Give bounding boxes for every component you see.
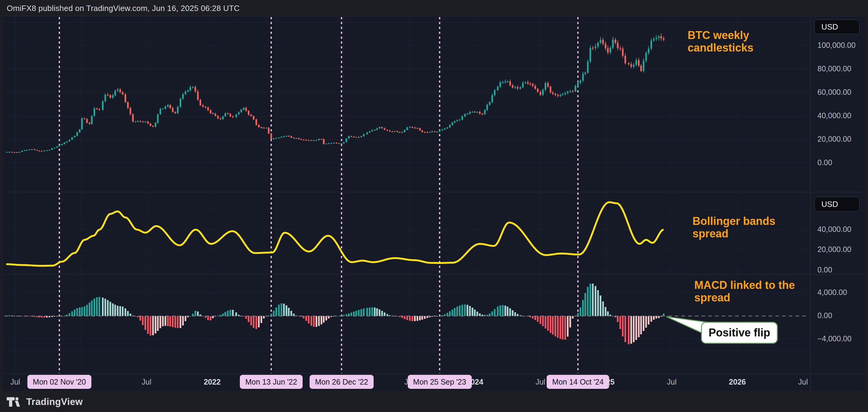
candle-body [569,91,571,92]
macd-bar [502,305,503,316]
candle-body [135,122,136,123]
candle-body [278,138,279,139]
macd-bar [414,316,416,321]
macd-bar [374,308,375,316]
candle-body [43,151,45,152]
candle-body [102,101,104,110]
macd-bar [147,316,149,334]
macd-bar [494,309,495,316]
candle-body [66,141,68,142]
macd-bar [379,309,380,316]
candle-body [238,112,240,114]
candle-body [180,99,181,107]
macd-bar [376,308,378,316]
macd-bar [207,316,209,320]
macd-bar [554,316,556,337]
macd-bar [648,316,649,324]
candle-body [114,91,116,95]
candle-body [529,84,531,85]
tradingview-logo[interactable]: TradingView [7,397,83,407]
candle-body [633,65,634,67]
spread-axis-currency-badge[interactable]: USD [814,197,860,212]
spread-line[interactable] [7,202,663,266]
candle-body [49,150,50,151]
candle-body [270,133,272,139]
candle-body [69,140,70,141]
candle-body [125,94,126,102]
candle-body [464,114,466,117]
macd-bar [74,310,75,316]
candle-body [426,132,428,133]
price-axis-currency-badge[interactable]: USD [814,20,860,34]
time-axis[interactable] [3,373,865,391]
macd-bar [96,297,97,316]
candle-body [397,131,398,132]
candle-body [150,124,151,126]
candle-body [313,140,314,141]
pane-separator-2[interactable] [3,274,865,275]
macd-bar [71,311,73,316]
candle-body [429,132,430,133]
macd-bar [283,304,285,316]
candle-body [98,109,100,110]
positive-flip-callout[interactable]: Positive flip [701,322,778,344]
macd-bar [512,310,513,316]
candle-body [469,112,471,114]
candle-body [56,147,58,148]
candle-body [145,122,146,123]
candle-body [663,38,664,40]
candle-body [442,129,443,130]
candle-body [358,137,359,138]
candle-body [185,92,186,94]
macd-bar [461,305,463,316]
candle-body [562,94,563,95]
macd-bar [404,316,405,319]
candle-body [361,136,362,137]
candle-body [376,128,378,130]
macd-bar [580,308,581,316]
candle-body [517,87,519,89]
macd-bar [197,311,198,316]
candle-body [71,137,73,140]
candle-body [648,49,649,53]
candle-body [643,61,644,71]
macd-bar [311,316,312,326]
candle-body [379,127,380,128]
candle-body [147,122,149,124]
annotation-price-pane[interactable]: BTC weekly candlesticks [688,29,788,54]
candle-body [303,139,305,140]
macd-bar [406,316,408,320]
macd-bar [321,316,322,324]
candle-body [167,105,168,107]
candle-body [59,145,60,146]
candle-body [615,40,616,43]
candle-body [16,152,18,153]
candle-body [540,92,541,95]
candle-body [474,112,475,113]
macd-bar [182,316,184,325]
candle-body [194,87,196,91]
candle-body [619,48,621,49]
macd-bar [98,297,100,316]
candle-body [8,152,10,153]
macd-bar [525,316,526,317]
candle-body [255,120,257,125]
candle-body [159,109,161,114]
candle-body [589,48,591,62]
candle-body [248,111,249,115]
macd-bar [431,316,433,317]
macd-bar [459,305,461,316]
macd-bar [645,316,647,327]
macd-bar [159,316,161,328]
candle-body [550,87,551,92]
candle-body [229,114,231,117]
macd-bar [125,308,126,316]
macd-bar [129,314,131,316]
macd-bar [624,316,626,342]
macd-bar [600,295,601,316]
tradingview-snapshot: OmiFX8 published on TradingView.com, Jun… [0,0,868,412]
pane-separator-1[interactable] [3,192,865,192]
macd-bar [569,316,571,327]
annotation-spread-pane[interactable]: Bollinger bands spread [692,215,802,240]
annotation-macd-pane[interactable]: MACD linked to the spread [694,279,825,304]
